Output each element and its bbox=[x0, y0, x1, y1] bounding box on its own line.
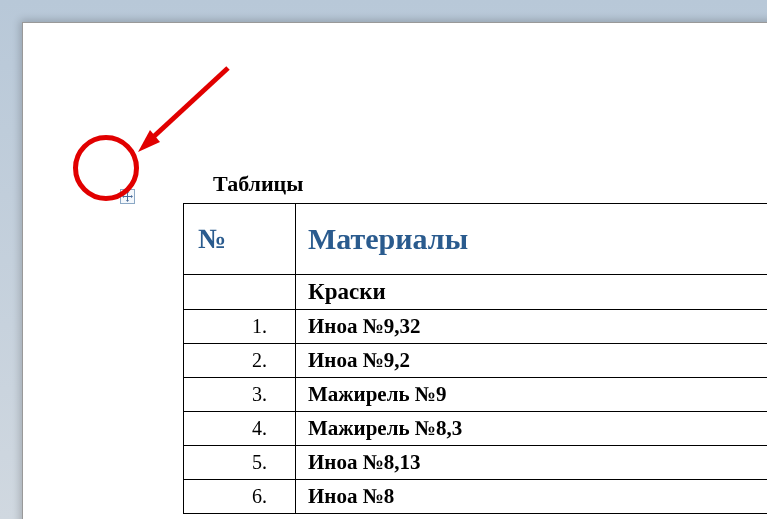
table-row: 5. Иноа №8,13 bbox=[184, 446, 768, 480]
row-material: Иноа №8 bbox=[296, 480, 768, 514]
row-number: 1. bbox=[184, 310, 296, 344]
table-group-row: Краски bbox=[184, 275, 768, 310]
row-number: 5. bbox=[184, 446, 296, 480]
move-icon bbox=[122, 191, 133, 202]
table-row: 2. Иноа №9,2 bbox=[184, 344, 768, 378]
row-material: Мажирель №8,3 bbox=[296, 412, 768, 446]
group-number-cell bbox=[184, 275, 296, 310]
document-page: Таблицы № Материалы Краски 1. Иноа №9,32… bbox=[22, 22, 767, 519]
group-label-cell: Краски bbox=[296, 275, 768, 310]
row-number: 6. bbox=[184, 480, 296, 514]
row-material: Иноа №8,13 bbox=[296, 446, 768, 480]
table-row: 3. Мажирель №9 bbox=[184, 378, 768, 412]
table-move-handle[interactable] bbox=[120, 189, 135, 204]
table-row: 6. Иноа №8 bbox=[184, 480, 768, 514]
row-material: Иноа №9,32 bbox=[296, 310, 768, 344]
header-number: № bbox=[184, 204, 296, 275]
header-materials: Материалы bbox=[296, 204, 768, 275]
row-number: 2. bbox=[184, 344, 296, 378]
row-number: 3. bbox=[184, 378, 296, 412]
row-material: Иноа №9,2 bbox=[296, 344, 768, 378]
materials-table[interactable]: № Материалы Краски 1. Иноа №9,32 2. Иноа… bbox=[183, 203, 767, 514]
table-row: 4. Мажирель №8,3 bbox=[184, 412, 768, 446]
row-number: 4. bbox=[184, 412, 296, 446]
row-material: Мажирель №9 bbox=[296, 378, 768, 412]
table-header-row: № Материалы bbox=[184, 204, 768, 275]
table-row: 1. Иноа №9,32 bbox=[184, 310, 768, 344]
section-title: Таблицы bbox=[213, 171, 303, 197]
